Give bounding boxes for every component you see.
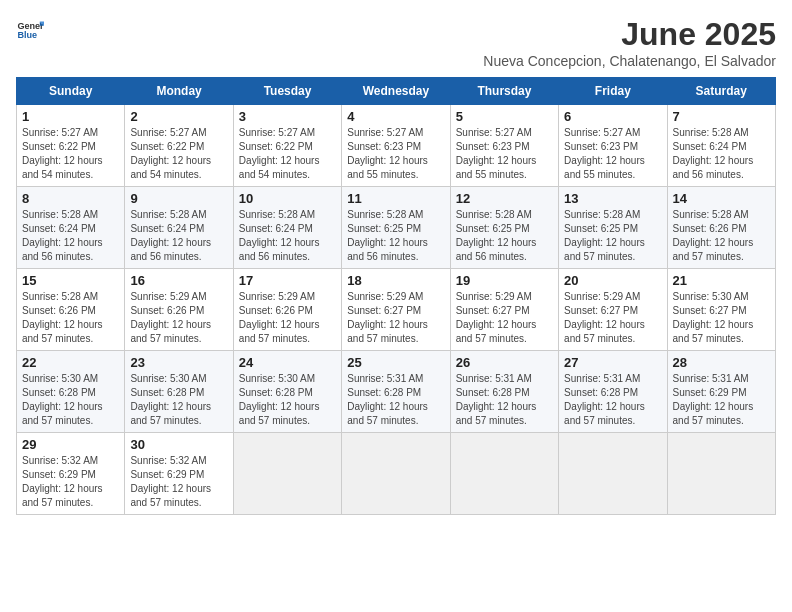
day-number: 20 — [564, 273, 661, 288]
title-section: June 2025 Nueva Concepcion, Chalatenango… — [483, 16, 776, 69]
day-info: Sunrise: 5:27 AM Sunset: 6:23 PM Dayligh… — [456, 126, 553, 182]
calendar-week-row: 8 Sunrise: 5:28 AM Sunset: 6:24 PM Dayli… — [17, 187, 776, 269]
day-info: Sunrise: 5:27 AM Sunset: 6:23 PM Dayligh… — [347, 126, 444, 182]
day-number: 16 — [130, 273, 227, 288]
day-info: Sunrise: 5:29 AM Sunset: 6:27 PM Dayligh… — [347, 290, 444, 346]
table-row: 1 Sunrise: 5:27 AM Sunset: 6:22 PM Dayli… — [17, 105, 125, 187]
month-title: June 2025 — [483, 16, 776, 53]
header-monday: Monday — [125, 78, 233, 105]
day-number: 22 — [22, 355, 119, 370]
table-row — [450, 433, 558, 515]
day-number: 30 — [130, 437, 227, 452]
day-info: Sunrise: 5:32 AM Sunset: 6:29 PM Dayligh… — [130, 454, 227, 510]
day-info: Sunrise: 5:28 AM Sunset: 6:26 PM Dayligh… — [673, 208, 770, 264]
table-row: 23 Sunrise: 5:30 AM Sunset: 6:28 PM Dayl… — [125, 351, 233, 433]
day-number: 8 — [22, 191, 119, 206]
day-info: Sunrise: 5:27 AM Sunset: 6:22 PM Dayligh… — [22, 126, 119, 182]
page-header: General Blue June 2025 Nueva Concepcion,… — [16, 16, 776, 69]
day-number: 21 — [673, 273, 770, 288]
logo-icon: General Blue — [16, 16, 44, 44]
day-number: 11 — [347, 191, 444, 206]
day-info: Sunrise: 5:29 AM Sunset: 6:26 PM Dayligh… — [130, 290, 227, 346]
table-row: 12 Sunrise: 5:28 AM Sunset: 6:25 PM Dayl… — [450, 187, 558, 269]
day-number: 2 — [130, 109, 227, 124]
table-row: 20 Sunrise: 5:29 AM Sunset: 6:27 PM Dayl… — [559, 269, 667, 351]
table-row: 22 Sunrise: 5:30 AM Sunset: 6:28 PM Dayl… — [17, 351, 125, 433]
table-row: 25 Sunrise: 5:31 AM Sunset: 6:28 PM Dayl… — [342, 351, 450, 433]
table-row: 28 Sunrise: 5:31 AM Sunset: 6:29 PM Dayl… — [667, 351, 775, 433]
table-row: 9 Sunrise: 5:28 AM Sunset: 6:24 PM Dayli… — [125, 187, 233, 269]
day-info: Sunrise: 5:31 AM Sunset: 6:28 PM Dayligh… — [347, 372, 444, 428]
day-number: 15 — [22, 273, 119, 288]
table-row: 7 Sunrise: 5:28 AM Sunset: 6:24 PM Dayli… — [667, 105, 775, 187]
calendar-week-row: 22 Sunrise: 5:30 AM Sunset: 6:28 PM Dayl… — [17, 351, 776, 433]
day-info: Sunrise: 5:28 AM Sunset: 6:24 PM Dayligh… — [673, 126, 770, 182]
day-info: Sunrise: 5:30 AM Sunset: 6:28 PM Dayligh… — [130, 372, 227, 428]
calendar-week-row: 15 Sunrise: 5:28 AM Sunset: 6:26 PM Dayl… — [17, 269, 776, 351]
table-row — [342, 433, 450, 515]
day-number: 17 — [239, 273, 336, 288]
day-number: 6 — [564, 109, 661, 124]
calendar-week-row: 1 Sunrise: 5:27 AM Sunset: 6:22 PM Dayli… — [17, 105, 776, 187]
day-number: 10 — [239, 191, 336, 206]
table-row: 17 Sunrise: 5:29 AM Sunset: 6:26 PM Dayl… — [233, 269, 341, 351]
table-row: 26 Sunrise: 5:31 AM Sunset: 6:28 PM Dayl… — [450, 351, 558, 433]
day-info: Sunrise: 5:28 AM Sunset: 6:24 PM Dayligh… — [239, 208, 336, 264]
day-number: 9 — [130, 191, 227, 206]
day-number: 1 — [22, 109, 119, 124]
calendar-week-row: 29 Sunrise: 5:32 AM Sunset: 6:29 PM Dayl… — [17, 433, 776, 515]
calendar-table: Sunday Monday Tuesday Wednesday Thursday… — [16, 77, 776, 515]
table-row: 30 Sunrise: 5:32 AM Sunset: 6:29 PM Dayl… — [125, 433, 233, 515]
table-row: 15 Sunrise: 5:28 AM Sunset: 6:26 PM Dayl… — [17, 269, 125, 351]
day-number: 7 — [673, 109, 770, 124]
table-row: 18 Sunrise: 5:29 AM Sunset: 6:27 PM Dayl… — [342, 269, 450, 351]
table-row: 4 Sunrise: 5:27 AM Sunset: 6:23 PM Dayli… — [342, 105, 450, 187]
day-number: 18 — [347, 273, 444, 288]
day-info: Sunrise: 5:29 AM Sunset: 6:27 PM Dayligh… — [456, 290, 553, 346]
day-number: 23 — [130, 355, 227, 370]
day-info: Sunrise: 5:29 AM Sunset: 6:26 PM Dayligh… — [239, 290, 336, 346]
day-info: Sunrise: 5:28 AM Sunset: 6:25 PM Dayligh… — [347, 208, 444, 264]
day-info: Sunrise: 5:27 AM Sunset: 6:23 PM Dayligh… — [564, 126, 661, 182]
table-row: 29 Sunrise: 5:32 AM Sunset: 6:29 PM Dayl… — [17, 433, 125, 515]
day-number: 28 — [673, 355, 770, 370]
day-number: 29 — [22, 437, 119, 452]
day-info: Sunrise: 5:30 AM Sunset: 6:28 PM Dayligh… — [22, 372, 119, 428]
day-info: Sunrise: 5:32 AM Sunset: 6:29 PM Dayligh… — [22, 454, 119, 510]
table-row: 21 Sunrise: 5:30 AM Sunset: 6:27 PM Dayl… — [667, 269, 775, 351]
day-number: 26 — [456, 355, 553, 370]
table-row: 2 Sunrise: 5:27 AM Sunset: 6:22 PM Dayli… — [125, 105, 233, 187]
day-info: Sunrise: 5:28 AM Sunset: 6:24 PM Dayligh… — [22, 208, 119, 264]
table-row: 16 Sunrise: 5:29 AM Sunset: 6:26 PM Dayl… — [125, 269, 233, 351]
day-info: Sunrise: 5:28 AM Sunset: 6:25 PM Dayligh… — [456, 208, 553, 264]
day-info: Sunrise: 5:31 AM Sunset: 6:28 PM Dayligh… — [456, 372, 553, 428]
table-row: 3 Sunrise: 5:27 AM Sunset: 6:22 PM Dayli… — [233, 105, 341, 187]
svg-text:Blue: Blue — [17, 30, 37, 40]
day-number: 25 — [347, 355, 444, 370]
day-number: 19 — [456, 273, 553, 288]
day-info: Sunrise: 5:31 AM Sunset: 6:29 PM Dayligh… — [673, 372, 770, 428]
header-friday: Friday — [559, 78, 667, 105]
day-info: Sunrise: 5:27 AM Sunset: 6:22 PM Dayligh… — [130, 126, 227, 182]
calendar-header-row: Sunday Monday Tuesday Wednesday Thursday… — [17, 78, 776, 105]
table-row: 5 Sunrise: 5:27 AM Sunset: 6:23 PM Dayli… — [450, 105, 558, 187]
day-info: Sunrise: 5:28 AM Sunset: 6:24 PM Dayligh… — [130, 208, 227, 264]
table-row: 11 Sunrise: 5:28 AM Sunset: 6:25 PM Dayl… — [342, 187, 450, 269]
day-number: 13 — [564, 191, 661, 206]
day-info: Sunrise: 5:30 AM Sunset: 6:27 PM Dayligh… — [673, 290, 770, 346]
table-row: 8 Sunrise: 5:28 AM Sunset: 6:24 PM Dayli… — [17, 187, 125, 269]
table-row — [667, 433, 775, 515]
header-wednesday: Wednesday — [342, 78, 450, 105]
table-row: 14 Sunrise: 5:28 AM Sunset: 6:26 PM Dayl… — [667, 187, 775, 269]
day-info: Sunrise: 5:29 AM Sunset: 6:27 PM Dayligh… — [564, 290, 661, 346]
header-thursday: Thursday — [450, 78, 558, 105]
day-info: Sunrise: 5:28 AM Sunset: 6:25 PM Dayligh… — [564, 208, 661, 264]
day-number: 4 — [347, 109, 444, 124]
logo: General Blue — [16, 16, 44, 44]
day-number: 24 — [239, 355, 336, 370]
day-info: Sunrise: 5:31 AM Sunset: 6:28 PM Dayligh… — [564, 372, 661, 428]
table-row: 27 Sunrise: 5:31 AM Sunset: 6:28 PM Dayl… — [559, 351, 667, 433]
table-row: 6 Sunrise: 5:27 AM Sunset: 6:23 PM Dayli… — [559, 105, 667, 187]
day-info: Sunrise: 5:27 AM Sunset: 6:22 PM Dayligh… — [239, 126, 336, 182]
header-saturday: Saturday — [667, 78, 775, 105]
